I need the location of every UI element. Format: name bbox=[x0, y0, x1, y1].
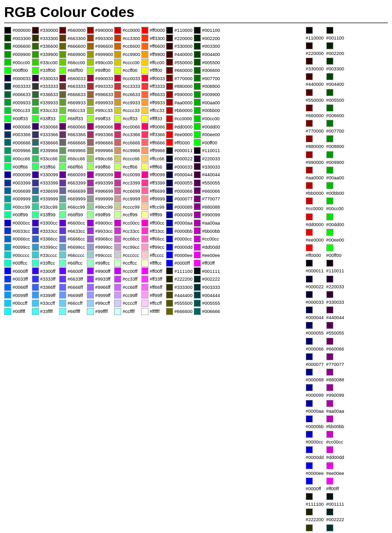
color-cell: #00ffff bbox=[4, 307, 32, 316]
right-color-cell: #001111 bbox=[326, 493, 347, 508]
color-cell: #0000dd bbox=[166, 243, 194, 251]
color-cell: #669933 bbox=[59, 99, 87, 107]
color-cell: #000011 bbox=[166, 146, 194, 155]
right-color-cell: #220000 bbox=[306, 42, 326, 57]
right-color-cell: #ee00ee bbox=[326, 462, 347, 477]
color-cell: #33cc33 bbox=[32, 106, 60, 115]
color-cell: #336666 bbox=[32, 139, 60, 147]
color-cell: #000033 bbox=[166, 163, 194, 171]
color-cell: #66ccff bbox=[59, 299, 87, 307]
color-cell: #001111 bbox=[194, 267, 221, 275]
color-cell: #000066 bbox=[166, 187, 194, 195]
color-cell: #0033ff bbox=[4, 275, 32, 283]
color-cell: #006600 bbox=[194, 66, 221, 75]
color-cell: #ff33cc bbox=[141, 227, 166, 235]
right-color-cell: #000055 bbox=[306, 322, 326, 337]
color-cell: #33ff00 bbox=[32, 66, 60, 75]
right-color-cell: #00aa00 bbox=[326, 166, 347, 181]
color-cell: #66ff99 bbox=[59, 211, 87, 219]
color-cell: #663399 bbox=[59, 179, 87, 187]
color-cell: #bb0000 bbox=[166, 106, 194, 115]
color-cell: #110011 bbox=[194, 146, 221, 155]
right-color-cell: #220033 bbox=[326, 275, 347, 290]
right-color-cell: #440044 bbox=[326, 306, 347, 322]
color-cell: #99cc99 bbox=[87, 203, 115, 211]
right-color-cell: #bb0000 bbox=[306, 182, 326, 197]
color-cell: #000044 bbox=[166, 171, 194, 179]
color-cell: #0000ff bbox=[4, 267, 32, 275]
color-cell: #bb00bb bbox=[194, 227, 221, 235]
color-cell: #ffcccc bbox=[141, 251, 166, 260]
color-cell: #ff6699 bbox=[141, 187, 166, 195]
color-cell: #3333ff bbox=[32, 275, 60, 283]
color-cell: #ffccff bbox=[141, 299, 166, 307]
color-cell: #0099ff bbox=[4, 291, 32, 300]
right-color-cell: #333300 bbox=[306, 524, 326, 533]
color-cell: #220033 bbox=[194, 155, 221, 163]
color-cell: #111100 bbox=[166, 267, 194, 275]
color-cell: #330099 bbox=[32, 171, 60, 179]
color-cell: #999966 bbox=[87, 146, 115, 155]
right-color-cell: #000033 bbox=[306, 290, 326, 306]
page-title: RGB Colour Codes bbox=[4, 4, 388, 21]
color-cell: #cc33cc bbox=[114, 227, 141, 235]
color-cell: #336633 bbox=[32, 90, 60, 99]
color-cell: #3333cc bbox=[32, 227, 60, 235]
color-cell: #9966ff bbox=[87, 283, 115, 291]
color-cell: #cc0066 bbox=[114, 123, 141, 131]
color-cell: #009900 bbox=[4, 50, 32, 59]
right-color-cell: #880000 bbox=[306, 135, 326, 151]
right-color-cell: #dd00dd bbox=[326, 446, 347, 462]
color-cell: #33ffcc bbox=[32, 259, 60, 267]
color-cell: #993333 bbox=[87, 82, 115, 90]
color-cell: #996666 bbox=[87, 139, 115, 147]
color-cell: #999999 bbox=[87, 195, 115, 203]
color-cell: #000022 bbox=[166, 155, 194, 163]
color-cell: #ccff33 bbox=[114, 115, 141, 123]
right-color-cell: #111100 bbox=[306, 493, 326, 508]
color-cell: #cc99cc bbox=[114, 243, 141, 251]
color-cell: #660033 bbox=[59, 75, 87, 83]
color-cell: #0000ee bbox=[166, 251, 194, 260]
color-cell: #cc9966 bbox=[114, 146, 141, 155]
color-cell: #0033cc bbox=[4, 227, 32, 235]
color-cell: #006699 bbox=[4, 187, 32, 195]
color-cell: #ff00cc bbox=[141, 219, 166, 227]
right-color-cell: #aa0000 bbox=[306, 166, 326, 181]
color-cell: #cc3333 bbox=[114, 82, 141, 90]
color-cell: #00ffcc bbox=[4, 259, 32, 267]
color-cell: #00cc33 bbox=[4, 106, 32, 115]
color-cell: #003399 bbox=[4, 179, 32, 187]
color-cell: #66ff00 bbox=[59, 66, 87, 75]
color-cell: #3399ff bbox=[32, 291, 60, 300]
color-cell: #222200 bbox=[166, 275, 194, 283]
color-cell: #996699 bbox=[87, 187, 115, 195]
color-cell: #003300 bbox=[4, 34, 32, 43]
color-cell: #66ff66 bbox=[59, 163, 87, 171]
color-cell: #660066 bbox=[59, 123, 87, 131]
color-cell: #aa0000 bbox=[166, 99, 194, 107]
color-cell: #ff3399 bbox=[141, 179, 166, 187]
color-cell: #003333 bbox=[4, 82, 32, 90]
color-cell: #cc00cc bbox=[194, 235, 221, 243]
color-cell: #cc6633 bbox=[114, 90, 141, 99]
color-cell: #cc99ff bbox=[114, 291, 141, 300]
color-cell: #ff0000 bbox=[166, 139, 194, 147]
color-cell: #00ff99 bbox=[4, 211, 32, 219]
color-cell: #66cc33 bbox=[59, 106, 87, 115]
color-cell: #00aa00 bbox=[194, 99, 221, 107]
color-cell: #ccffff bbox=[114, 307, 141, 316]
color-cell: #cc3366 bbox=[114, 131, 141, 139]
color-cell: #cccccc bbox=[114, 251, 141, 260]
color-cell: #000099 bbox=[4, 171, 32, 179]
color-cell: #660000 bbox=[59, 26, 87, 34]
color-cell: #000099 bbox=[166, 211, 194, 219]
color-cell: #9933ff bbox=[87, 275, 115, 283]
right-color-cell: #0000ee bbox=[306, 462, 326, 477]
color-cell: #cc6699 bbox=[114, 187, 141, 195]
color-cell: #cc00ff bbox=[114, 267, 141, 275]
color-cell: #666600 bbox=[166, 307, 194, 316]
color-cell: #cc6666 bbox=[114, 139, 141, 147]
color-cell: #00cc00 bbox=[4, 59, 32, 67]
color-cell: #6633ff bbox=[59, 275, 87, 283]
